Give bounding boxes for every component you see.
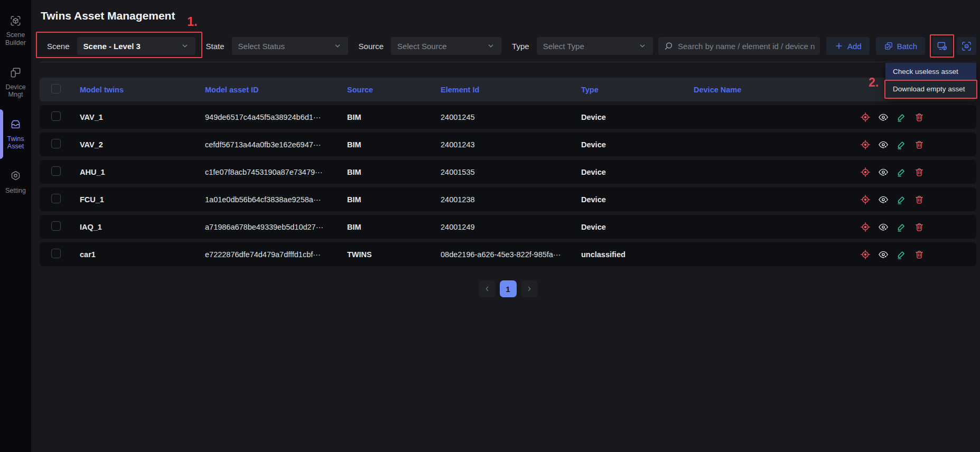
- main-content: Twins Asset Management 1. Scene Scene - …: [31, 0, 980, 452]
- element-id-cell: 24001535: [441, 168, 581, 176]
- chevron-down-icon: [487, 42, 495, 50]
- model-twins-cell: IAQ_1: [80, 223, 205, 231]
- state-select[interactable]: Select Status: [232, 37, 348, 55]
- asset-id-cell: 949de6517c4a45f5a38924b6d1···: [205, 113, 347, 121]
- sidebar-item-twins-asset[interactable]: Twins Asset: [0, 116, 31, 152]
- view-icon[interactable]: [878, 194, 889, 205]
- row-actions: [694, 249, 976, 260]
- locate-icon[interactable]: [860, 249, 871, 260]
- view-icon[interactable]: [878, 139, 889, 150]
- add-button[interactable]: Add: [826, 37, 870, 55]
- view-icon[interactable]: [878, 167, 889, 177]
- batch-icon: [884, 41, 893, 51]
- delete-icon[interactable]: [914, 194, 925, 205]
- table-row: IAQ_1 a71986a678be49339eb5d10d27··· BIM …: [40, 215, 976, 239]
- row-checkbox[interactable]: [51, 221, 61, 231]
- view-icon[interactable]: [878, 222, 889, 232]
- row-checkbox[interactable]: [51, 111, 61, 121]
- column-header-model-twins: Model twins: [80, 86, 205, 94]
- sidebar-item-label: Device Mngt: [0, 83, 31, 99]
- locate-icon[interactable]: [860, 112, 871, 123]
- pagination-next-button[interactable]: [521, 280, 538, 297]
- page-title: Twins Asset Management: [41, 8, 976, 23]
- useless-asset-button-wrap: [932, 37, 952, 55]
- model-twins-cell: VAV_1: [80, 113, 205, 121]
- model-twins-cell: AHU_1: [80, 168, 205, 176]
- source-select[interactable]: Select Source: [391, 37, 501, 55]
- scene-builder-icon: [10, 15, 22, 29]
- asset-id-cell: a71986a678be49339eb5d10d27···: [205, 223, 347, 231]
- locate-icon[interactable]: [860, 167, 871, 177]
- sidebar: Scene Builder Device Mngt Twins Asset: [0, 0, 31, 452]
- pagination-page-1-button[interactable]: 1: [500, 280, 517, 297]
- row-checkbox[interactable]: [51, 166, 61, 176]
- batch-button[interactable]: Batch: [876, 37, 925, 55]
- element-id-cell: 24001243: [441, 140, 581, 149]
- type-filter-group: Type Select Type: [512, 37, 653, 55]
- table-header-row: Model twins Model asset ID Source Elemen…: [40, 78, 976, 101]
- table-row: AHU_1 c1fe07f8acb7453190a87e73479··· BIM…: [40, 160, 976, 184]
- filter-toolbar: 1. Scene Scene - Level 3 State Select St…: [41, 37, 976, 55]
- delete-icon[interactable]: [914, 222, 925, 232]
- edit-icon[interactable]: [896, 249, 907, 260]
- type-select-placeholder: Select Type: [543, 42, 634, 51]
- search-box: [658, 37, 820, 55]
- view-icon[interactable]: [878, 112, 889, 123]
- model-twins-cell: VAV_2: [80, 140, 205, 149]
- add-button-label: Add: [847, 42, 862, 51]
- plus-icon: [834, 41, 844, 51]
- asset-setting-button[interactable]: [957, 37, 976, 55]
- select-all-checkbox[interactable]: [51, 84, 61, 93]
- scene-label: Scene: [47, 42, 70, 51]
- asset-id-cell: c1fe07f8acb7453190a87e73479···: [205, 168, 347, 176]
- locate-icon[interactable]: [860, 222, 871, 232]
- source-label: Source: [359, 42, 384, 51]
- sidebar-item-scene-builder[interactable]: Scene Builder: [0, 13, 31, 49]
- row-checkbox[interactable]: [51, 139, 61, 148]
- state-select-placeholder: Select Status: [238, 42, 329, 51]
- delete-icon[interactable]: [914, 112, 925, 123]
- useless-asset-icon: [937, 41, 948, 52]
- column-header-source: Source: [347, 86, 441, 94]
- element-id-cell: 24001245: [441, 113, 581, 121]
- asset-id-cell: e7222876dfe74d479a7dfffd1cbf···: [205, 250, 347, 259]
- search-icon: [664, 41, 674, 51]
- row-actions: [694, 112, 976, 123]
- table-row: FCU_1 1a01e0db56b64cf3838ae9258a··· BIM …: [40, 187, 976, 211]
- setting-icon: [10, 170, 22, 184]
- delete-icon[interactable]: [914, 167, 925, 177]
- edit-icon[interactable]: [896, 167, 907, 177]
- element-id-cell: 08de2196-a626-45e3-822f-985fa···: [441, 250, 581, 259]
- menu-item-check-useless-asset[interactable]: Check useless asset: [885, 63, 976, 80]
- edit-icon[interactable]: [896, 194, 907, 205]
- sidebar-item-label: Scene Builder: [0, 31, 31, 46]
- chevron-down-icon: [638, 42, 647, 50]
- chevron-left-icon: [483, 285, 491, 293]
- source-cell: BIM: [347, 195, 441, 204]
- useless-asset-button[interactable]: [932, 37, 952, 55]
- pagination-prev-button[interactable]: [479, 280, 496, 297]
- menu-item-download-empty-asset[interactable]: Download empty asset: [885, 80, 976, 98]
- type-cell: Device: [581, 223, 694, 231]
- app-window: Scene Builder Device Mngt Twins Asset: [0, 0, 980, 452]
- asset-dropdown-menu: 2. Check useless asset Download empty as…: [885, 63, 976, 98]
- sidebar-item-device-mngt[interactable]: Device Mngt: [0, 64, 31, 100]
- edit-icon[interactable]: [896, 222, 907, 232]
- pagination: 1: [40, 280, 976, 297]
- chevron-down-icon: [333, 42, 342, 50]
- row-checkbox[interactable]: [51, 249, 61, 258]
- sidebar-item-setting[interactable]: Setting: [0, 168, 31, 196]
- scene-select[interactable]: Scene - Level 3: [77, 37, 195, 55]
- row-actions: [694, 167, 976, 177]
- row-checkbox[interactable]: [51, 194, 61, 203]
- edit-icon[interactable]: [896, 112, 907, 123]
- view-icon[interactable]: [878, 249, 889, 260]
- search-input[interactable]: [678, 42, 815, 51]
- edit-icon[interactable]: [896, 139, 907, 150]
- chevron-down-icon: [181, 42, 189, 50]
- type-select[interactable]: Select Type: [537, 37, 653, 55]
- locate-icon[interactable]: [860, 194, 871, 205]
- delete-icon[interactable]: [914, 139, 925, 150]
- delete-icon[interactable]: [914, 249, 925, 260]
- locate-icon[interactable]: [860, 139, 871, 150]
